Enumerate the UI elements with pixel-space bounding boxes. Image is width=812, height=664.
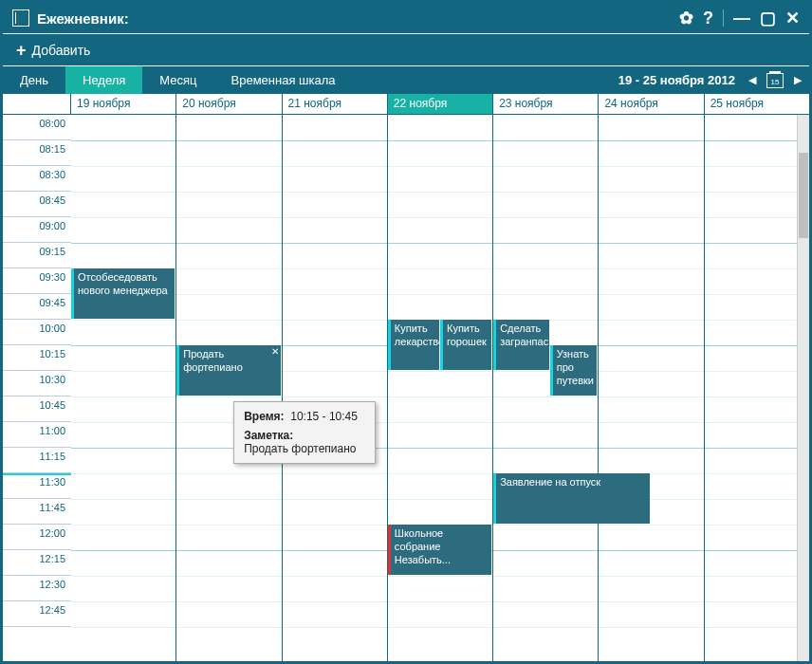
- event[interactable]: Школьное собрание Незабыть...: [388, 525, 491, 575]
- maximize-button[interactable]: ▢: [760, 8, 776, 28]
- time-slot: 12:45: [3, 601, 71, 627]
- add-button[interactable]: Добавить: [32, 43, 91, 58]
- event-close-icon[interactable]: ✕: [271, 346, 279, 359]
- gear-icon[interactable]: ✿: [679, 8, 693, 28]
- time-slot: 12:00: [3, 525, 71, 550]
- event[interactable]: Сделать загранпаспорт: [493, 320, 549, 370]
- now-indicator: [3, 473, 71, 475]
- tooltip-note-value: Продать фортепиано: [244, 442, 365, 455]
- nav-tab-1[interactable]: Неделя: [65, 66, 142, 94]
- day-column-1[interactable]: Продать фортепиано✕: [176, 115, 282, 661]
- time-slot: 11:30: [3, 473, 71, 499]
- day-headers: 19 ноября20 ноября21 ноября22 ноября23 н…: [3, 94, 809, 115]
- calendar-grid: 19 ноября20 ноября21 ноября22 ноября23 н…: [3, 94, 809, 661]
- event[interactable]: Отсобеседовать нового менеджера: [71, 268, 175, 319]
- time-slot: 10:45: [3, 397, 71, 422]
- scroll-thumb[interactable]: [799, 153, 808, 238]
- toolbar: + Добавить: [3, 33, 809, 65]
- titlebar: Ежежневник: ✿ ? — ▢ ✕: [3, 3, 809, 33]
- day-column-3[interactable]: Купить лекарствоКупить горошекШкольное с…: [388, 115, 493, 661]
- window-title: Ежежневник:: [37, 10, 679, 27]
- time-slot: 08:45: [3, 192, 71, 217]
- time-column: 08:0008:1508:3008:4509:0009:1509:3009:45…: [3, 115, 71, 627]
- day-header-6[interactable]: 25 ноября: [705, 94, 809, 114]
- day-column-0[interactable]: Отсобеседовать нового менеджера: [71, 115, 176, 661]
- grid-body: 08:0008:1508:3008:4509:0009:1509:3009:45…: [3, 115, 809, 661]
- event-tooltip: Время: 10:15 - 10:45 Заметка: Продать фо…: [233, 401, 376, 464]
- time-slot: 12:30: [3, 576, 71, 601]
- time-column-header: [3, 94, 71, 114]
- day-header-2[interactable]: 21 ноября: [283, 94, 388, 114]
- time-slot: 09:30: [3, 268, 71, 294]
- scrollbar[interactable]: [797, 115, 809, 661]
- time-slot: 11:45: [3, 499, 71, 525]
- time-slot: 10:30: [3, 371, 71, 397]
- time-slot: 10:00: [3, 320, 71, 345]
- view-navbar: ДеньНеделяМесяцВременная шкала 19 - 25 н…: [3, 65, 809, 94]
- time-slot: 12:15: [3, 550, 71, 576]
- day-header-1[interactable]: 20 ноября: [176, 94, 282, 114]
- time-slot: 10:15: [3, 345, 71, 371]
- next-week-button[interactable]: [786, 66, 809, 94]
- date-range-label: 19 - 25 ноября 2012: [613, 66, 741, 94]
- event[interactable]: Купить горошек: [440, 320, 491, 370]
- today-button[interactable]: 15: [764, 66, 786, 94]
- day-column-5[interactable]: [599, 115, 704, 661]
- minimize-button[interactable]: —: [733, 9, 750, 28]
- day-header-3[interactable]: 22 ноября: [388, 94, 493, 114]
- day-header-0[interactable]: 19 ноября: [71, 94, 176, 114]
- tooltip-time-value: 10:15 - 10:45: [290, 410, 358, 423]
- day-header-5[interactable]: 24 ноября: [599, 94, 704, 114]
- event[interactable]: Купить лекарство: [388, 320, 439, 370]
- time-slot: 11:15: [3, 448, 71, 473]
- day-column-2[interactable]: [283, 115, 388, 661]
- nav-tab-0[interactable]: День: [3, 66, 65, 94]
- time-slot: 11:00: [3, 422, 71, 448]
- time-slot: 08:30: [3, 166, 71, 192]
- time-slot: 09:45: [3, 294, 71, 320]
- nav-tabs: ДеньНеделяМесяцВременная шкала: [3, 66, 353, 94]
- time-slot: 09:00: [3, 217, 71, 243]
- calendar-icon: 15: [766, 73, 784, 88]
- nav-tab-3[interactable]: Временная шкала: [214, 66, 353, 94]
- time-slot: 08:00: [3, 115, 71, 140]
- nav-tab-2[interactable]: Месяц: [142, 66, 213, 94]
- tooltip-note-label: Заметка:: [244, 429, 293, 442]
- day-column-6[interactable]: [705, 115, 809, 661]
- app-icon: [12, 9, 29, 27]
- tooltip-time-label: Время:: [244, 410, 284, 423]
- time-slot: 09:15: [3, 243, 71, 268]
- plus-icon: +: [16, 42, 27, 59]
- event[interactable]: Узнать про путевки: [550, 345, 598, 396]
- time-slot: 08:15: [3, 140, 71, 166]
- day-header-4[interactable]: 23 ноября: [493, 94, 599, 114]
- help-icon[interactable]: ?: [703, 9, 713, 28]
- prev-week-button[interactable]: [741, 66, 764, 94]
- event[interactable]: Продать фортепиано✕: [176, 345, 280, 396]
- close-button[interactable]: ✕: [785, 8, 800, 28]
- day-column-4[interactable]: Сделать загранпаспортУзнать про путевкиЗ…: [493, 115, 599, 661]
